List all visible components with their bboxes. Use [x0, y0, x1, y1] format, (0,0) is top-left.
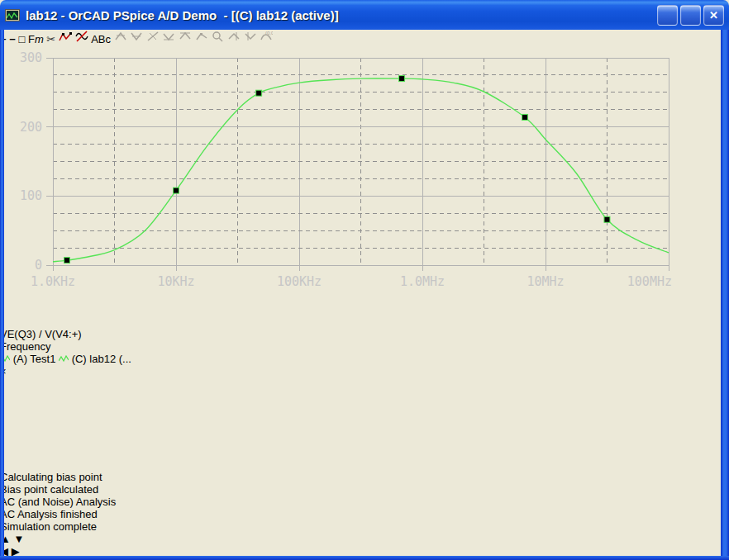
zoom-out-button[interactable]: −	[9, 33, 16, 45]
svg-text:10MHz: 10MHz	[526, 274, 564, 289]
x-axis-title: Frequency	[0, 340, 729, 353]
log-line: Calculating bias point	[0, 471, 729, 483]
svg-text:100: 100	[20, 188, 42, 203]
output-dock-controls: ×	[0, 365, 729, 471]
cursor-prev-button[interactable]	[244, 33, 257, 45]
probe-toolbar: + − □ Fт ✂ ABc (0,0)	[0, 30, 729, 45]
tab-test1[interactable]: (A) Test1	[0, 353, 59, 365]
probe-plot-area: 1.0KHz10KHz100KHz1.0MHz10MHz100MHz010020…	[0, 45, 729, 353]
cursor-trough-icon	[130, 30, 143, 43]
fft-button[interactable]: Fт	[28, 33, 44, 45]
tab-test1-label: (A) Test1	[13, 353, 56, 365]
cursor-peak-icon	[114, 30, 127, 43]
cursor-point-icon	[195, 30, 208, 43]
window-title: lab12 - OrCAD PSpice A/D Demo - [(C) lab…	[26, 8, 657, 22]
zoom-area-button[interactable]: □	[18, 33, 25, 45]
cursor-coords-button[interactable]: (0,0)	[260, 33, 273, 45]
pspice-window: lab12 - OrCAD PSpice A/D Demo - [(C) lab…	[0, 0, 729, 560]
svg-text:10KHz: 10KHz	[157, 274, 194, 289]
cursor-next-icon	[227, 30, 241, 43]
log-line: AC Analysis finished	[0, 508, 729, 520]
window-border-right	[721, 30, 729, 560]
cursor-prev-icon	[244, 30, 257, 43]
performance-analysis-button[interactable]: ✂	[46, 33, 55, 45]
svg-text:300: 300	[20, 50, 42, 65]
waveform-tab-icon	[59, 353, 69, 365]
cursor-slope-icon	[146, 30, 160, 43]
svg-text:1.0KHz: 1.0KHz	[31, 274, 75, 289]
output-log-pane: Calculating bias point Bias point calcul…	[0, 471, 729, 558]
log-line: AC (and Noise) Analysis	[0, 496, 729, 508]
close-button[interactable]: ✕	[703, 5, 724, 26]
window-border-bottom	[0, 556, 729, 560]
scroll-down-button[interactable]: ▼	[14, 533, 25, 545]
svg-text:1.0MHz: 1.0MHz	[400, 274, 445, 289]
svg-text:0: 0	[35, 258, 42, 273]
cursor-max-button[interactable]	[179, 33, 192, 45]
app-icon	[5, 9, 20, 21]
document-tab-bar: (A) Test1 (C) lab12 (...	[0, 353, 729, 365]
toggle-sine-button[interactable]	[75, 33, 88, 45]
title-bar: lab12 - OrCAD PSpice A/D Demo - [(C) lab…	[0, 0, 729, 30]
cursor-slope-button[interactable]	[146, 33, 160, 45]
maximize-button[interactable]	[680, 5, 701, 26]
toggle-sine-icon	[75, 30, 88, 43]
cursor-coords-icon: (0,0)	[260, 30, 273, 43]
cursor-search-button[interactable]	[211, 33, 224, 45]
minimize-button[interactable]	[657, 5, 678, 26]
svg-text:100KHz: 100KHz	[277, 274, 322, 289]
cursor-min-icon	[162, 30, 175, 43]
cursor-point-button[interactable]	[195, 33, 208, 45]
tab-lab12-label: (C) lab12 (...	[72, 353, 131, 365]
cursor-search-icon	[211, 30, 224, 43]
waveform-document: 1.0KHz10KHz100KHz1.0MHz10MHz100MHz010020…	[0, 45, 729, 353]
window-border-left	[0, 30, 4, 560]
cursor-min-button[interactable]	[162, 33, 175, 45]
tab-lab12[interactable]: (C) lab12 (...	[59, 353, 131, 365]
chart-canvas[interactable]: 1.0KHz10KHz100KHz1.0MHz10MHz100MHz010020…	[0, 45, 674, 325]
cursor-peak-button[interactable]	[114, 33, 127, 45]
performance-analysis-icon: ✂	[46, 33, 55, 45]
output-log-list[interactable]: Calculating bias point Bias point calcul…	[0, 471, 729, 533]
mark-data-points-button[interactable]	[59, 33, 72, 45]
zoom-out-icon: −	[9, 33, 16, 45]
svg-text:100MHz: 100MHz	[627, 274, 672, 289]
trace-legend-label: VE(Q3) / V(V4:+)	[0, 328, 82, 340]
mark-data-points-icon	[59, 30, 72, 43]
vertical-scrollbar[interactable]: ▲ ▼	[0, 533, 729, 545]
cursor-trough-button[interactable]	[130, 33, 143, 45]
svg-text:(0,0): (0,0)	[265, 31, 273, 36]
fft-icon: Fт	[28, 33, 44, 45]
zoom-area-icon: □	[18, 33, 25, 45]
cursor-next-button[interactable]	[227, 33, 241, 45]
log-line: Simulation complete	[0, 520, 729, 533]
log-line: Bias point calculated	[0, 483, 729, 496]
cursor-max-icon	[179, 30, 192, 43]
label-text-icon: ABc	[91, 33, 111, 45]
svg-text:200: 200	[20, 120, 42, 135]
label-text-button[interactable]: ABc	[91, 33, 111, 45]
trace-legend[interactable]: VE(Q3) / V(V4:+)	[0, 328, 729, 340]
close-icon: ✕	[709, 9, 718, 21]
